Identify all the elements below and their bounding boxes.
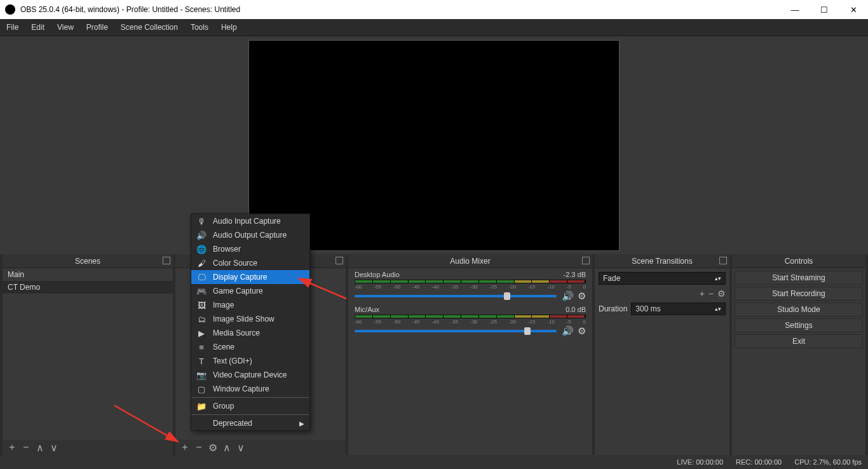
menu-view[interactable]: View xyxy=(51,20,80,34)
scene-up-button[interactable]: ∧ xyxy=(34,442,46,454)
panel-popout-icon[interactable] xyxy=(336,257,343,264)
obs-app-icon xyxy=(5,4,15,15)
scene-transitions-panel: Scene Transitions Fade▴▾ + − ⚙ Duration … xyxy=(595,254,729,455)
source-gear-button[interactable]: ⚙ xyxy=(207,442,219,454)
context-menu-item[interactable]: 🔊Audio Output Capture xyxy=(191,228,309,242)
context-menu-item-deprecated[interactable]: Deprecated▶ xyxy=(191,416,309,430)
context-menu-item[interactable]: 🖼Image xyxy=(191,298,309,312)
context-menu-item[interactable]: 🖌Color Source xyxy=(191,256,309,270)
image-icon: 🖼 xyxy=(196,301,207,310)
context-menu-label: Scene xyxy=(213,343,234,351)
context-menu-item[interactable]: ≡Scene xyxy=(191,340,309,354)
scene-down-button[interactable]: ∨ xyxy=(48,442,60,454)
chevron-updown-icon: ▴▾ xyxy=(715,306,721,312)
monitor-icon: 🖵 xyxy=(196,273,207,282)
context-menu-item[interactable]: ▢Window Capture xyxy=(191,382,309,396)
menu-file[interactable]: File xyxy=(0,20,25,34)
panel-popout-icon[interactable] xyxy=(163,257,170,264)
source-down-button[interactable]: ∨ xyxy=(235,442,247,454)
chevron-updown-icon: ▴▾ xyxy=(715,275,721,282)
menu-tools[interactable]: Tools xyxy=(184,20,215,34)
status-rec: REC: 00:00:00 xyxy=(736,458,782,466)
controls-panel-title: Controls xyxy=(785,257,813,266)
play-icon: ▶ xyxy=(196,329,207,338)
scene-item-main[interactable]: Main xyxy=(3,268,173,281)
window-icon: ▢ xyxy=(196,384,207,394)
menubar: File Edit View Profile Scene Collection … xyxy=(0,19,868,36)
context-menu-item[interactable]: 🌐Browser xyxy=(191,242,309,256)
context-menu-label: Browser xyxy=(213,245,241,254)
window-close-button[interactable]: ✕ xyxy=(839,0,868,19)
speaker-icon[interactable]: 🔊 xyxy=(562,325,574,337)
folder-icon: 📁 xyxy=(196,402,207,411)
menu-edit[interactable]: Edit xyxy=(25,20,51,34)
window-minimize-button[interactable]: — xyxy=(780,0,810,19)
speaker-icon[interactable]: 🔊 xyxy=(562,290,574,302)
transition-gear-button[interactable]: ⚙ xyxy=(717,289,726,299)
mixer-channel: Desktop Audio-2.3 dB -60-55-50-45-40-35-… xyxy=(348,268,592,303)
start-recording-button[interactable]: Start Recording xyxy=(735,287,863,301)
gamepad-icon: 🎮 xyxy=(196,287,207,296)
mic-icon: 🎙 xyxy=(196,217,207,226)
gear-icon[interactable]: ⚙ xyxy=(578,325,586,337)
transition-select[interactable]: Fade▴▾ xyxy=(599,272,726,285)
studio-mode-button[interactable]: Studio Mode xyxy=(735,302,863,316)
context-menu-item-group[interactable]: 📁Group xyxy=(191,399,309,413)
transition-add-button[interactable]: + xyxy=(700,289,705,299)
scene-add-button[interactable]: + xyxy=(6,442,18,453)
controls-panel: Controls Start Streaming Start Recording… xyxy=(732,254,865,455)
window-maximize-button[interactable]: ☐ xyxy=(810,0,839,19)
transition-remove-button[interactable]: − xyxy=(709,289,714,299)
exit-button[interactable]: Exit xyxy=(735,334,863,348)
context-menu-label: Image Slide Show xyxy=(213,315,275,323)
scene-item-ctdemo[interactable]: CT Demo xyxy=(3,281,173,294)
menu-help[interactable]: Help xyxy=(215,20,243,34)
context-menu-label: Video Capture Device xyxy=(213,370,287,379)
context-menu-item[interactable]: 🎙Audio Input Capture xyxy=(191,214,309,228)
context-menu-item[interactable]: 🖵Display Capture xyxy=(191,270,309,284)
panel-popout-icon[interactable] xyxy=(719,257,727,264)
source-remove-button[interactable]: − xyxy=(193,442,205,453)
volume-slider[interactable] xyxy=(355,330,557,332)
context-menu-label: Audio Input Capture xyxy=(213,217,281,226)
status-bar: LIVE: 00:00:00 REC: 00:00:00 CPU: 2.7%, … xyxy=(0,455,868,469)
transitions-panel-title: Scene Transitions xyxy=(632,257,692,266)
context-menu-label: Display Capture xyxy=(213,273,267,282)
scenes-toolbar: + − ∧ ∨ xyxy=(3,440,173,455)
mixer-channel-name: Desktop Audio xyxy=(355,271,400,278)
mixer-channel-db: 0.0 dB xyxy=(566,306,586,313)
volume-slider[interactable] xyxy=(355,295,557,297)
gear-icon[interactable]: ⚙ xyxy=(578,290,586,302)
mixer-channel: Mic/Aux0.0 dB -60-55-50-45-40-35-30-25-2… xyxy=(348,303,592,338)
menu-scene-collection[interactable]: Scene Collection xyxy=(114,20,184,34)
start-streaming-button[interactable]: Start Streaming xyxy=(735,271,863,285)
context-menu-label: Image xyxy=(213,301,234,309)
context-menu-item[interactable]: ▶Media Source xyxy=(191,326,309,340)
context-menu-item[interactable]: 📷Video Capture Device xyxy=(191,368,309,382)
source-add-button[interactable]: + xyxy=(179,442,191,453)
scenes-panel: Scenes Main CT Demo + − ∧ ∨ xyxy=(3,254,173,455)
brush-icon: 🖌 xyxy=(196,259,207,268)
audio-mixer-panel: Audio Mixer Desktop Audio-2.3 dB -60-55-… xyxy=(348,254,592,455)
scene-remove-button[interactable]: − xyxy=(20,442,32,453)
menu-profile[interactable]: Profile xyxy=(80,20,114,34)
context-menu-item[interactable]: 🎮Game Capture xyxy=(191,284,309,298)
context-menu-label: Game Capture xyxy=(213,287,263,296)
window-title: OBS 25.0.4 (64-bit, windows) - Profile: … xyxy=(20,5,780,14)
mixer-channel-db: -2.3 dB xyxy=(564,271,586,278)
speaker-icon: 🔊 xyxy=(196,231,207,240)
context-menu-item[interactable]: TText (GDI+) xyxy=(191,354,309,368)
globe-icon: 🌐 xyxy=(196,245,207,254)
duration-label: Duration xyxy=(599,304,627,313)
preview-area[interactable] xyxy=(0,36,868,254)
context-menu-label: Audio Output Capture xyxy=(213,231,287,240)
status-cpu: CPU: 2.7%, 60.00 fps xyxy=(794,458,862,466)
settings-button[interactable]: Settings xyxy=(735,318,863,332)
source-up-button[interactable]: ∧ xyxy=(221,442,233,454)
context-menu-item[interactable]: 🗂Image Slide Show xyxy=(191,312,309,326)
duration-input[interactable]: 300 ms▴▾ xyxy=(631,302,726,315)
status-live: LIVE: 00:00:00 xyxy=(677,458,723,466)
context-menu-label: Window Capture xyxy=(213,384,269,393)
camera-icon: 📷 xyxy=(196,370,207,380)
panel-popout-icon[interactable] xyxy=(582,257,590,264)
